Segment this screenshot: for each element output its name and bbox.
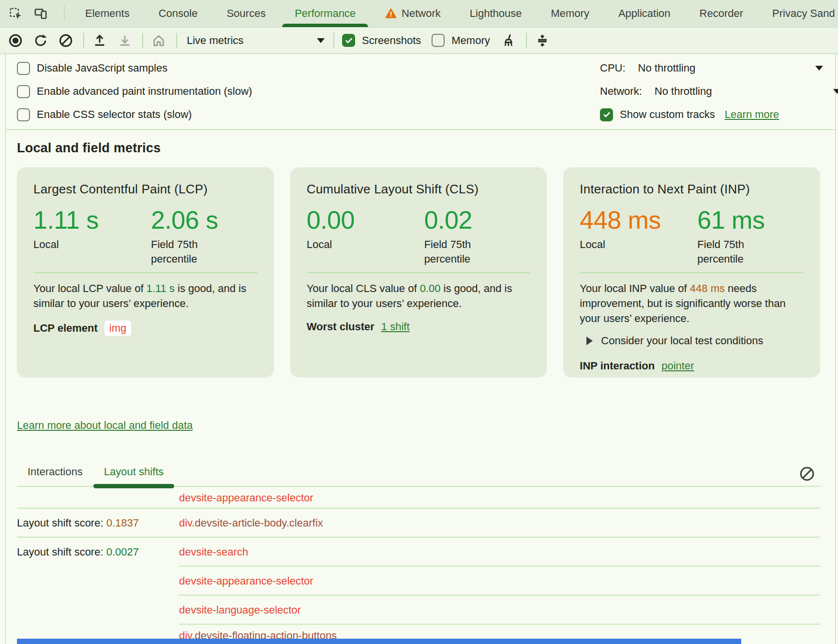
inp-desc-prefix: Your local INP value of	[580, 282, 689, 294]
tab-application[interactable]: Application	[605, 0, 684, 27]
advanced-paint-label: Enable advanced paint instrumentation (s…	[37, 85, 252, 98]
collect-garbage-icon[interactable]	[501, 33, 516, 48]
table-row[interactable]: Layout shift score: 0.0027 devsite-searc…	[17, 538, 820, 567]
cls-local-column: 0.00 Local	[307, 206, 424, 266]
tabbar-icon-group	[0, 6, 71, 21]
show-custom-tracks-label: Show custom tracks	[620, 108, 715, 121]
log-tabs: Interactions Layout shifts	[17, 459, 820, 487]
local-test-conditions-disclosure[interactable]: Consider your local test conditions	[580, 335, 804, 347]
table-row[interactable]: devsite-appearance-selector	[17, 567, 820, 596]
divider	[307, 272, 531, 273]
cls-field-column: 0.02 Field 75th percentile	[424, 206, 531, 266]
clear-log-icon[interactable]	[799, 466, 815, 482]
memory-label: Memory	[451, 34, 490, 47]
lcp-element-chip[interactable]: img	[105, 321, 131, 336]
element-link[interactable]: devsite-appearance-selector	[179, 492, 314, 504]
tab-lighthouse[interactable]: Lighthouse	[456, 0, 536, 27]
tab-label: Elements	[85, 7, 130, 20]
disclosure-triangle-icon	[586, 337, 593, 345]
element-cell: devsite-language-selector	[179, 604, 301, 616]
divider	[33, 272, 257, 273]
css-selector-stats-checkbox[interactable]	[17, 108, 30, 121]
inp-interaction-link[interactable]: pointer	[661, 360, 694, 372]
score-value: 0.0027	[106, 546, 139, 558]
tab-network[interactable]: Network	[371, 0, 454, 27]
tab-privacy-sandbox[interactable]: Privacy Sand	[759, 0, 838, 27]
lcp-description: Your local LCP value of 1.11 s is good, …	[33, 281, 257, 311]
live-metrics-log: Interactions Layout shifts devsite-appea…	[17, 459, 820, 644]
throttling-settings: CPU: No throttling Network: No throttlin…	[600, 57, 835, 126]
inp-field-column: 61 ms Field 75th percentile	[697, 206, 804, 266]
cls-desc-prefix: Your local CLS value of	[307, 282, 420, 294]
lcp-field-column: 2.06 s Field 75th percentile	[151, 206, 257, 266]
element-link[interactable]: div	[179, 517, 192, 529]
inp-values: 448 ms Local 61 ms Field 75th percentile	[580, 206, 804, 266]
element-link[interactable]: devsite-appearance-selector	[179, 575, 314, 587]
collapse-icon[interactable]	[535, 33, 550, 48]
chevron-down-icon	[833, 89, 838, 94]
inspect-element-icon[interactable]	[8, 6, 23, 21]
page-title: Local and field metrics	[17, 130, 835, 156]
tab-label: Performance	[295, 7, 356, 20]
cls-local-value: 0.00	[307, 206, 424, 234]
field-label: Field 75th percentile	[151, 237, 231, 266]
table-row[interactable]: Layout shift score: 0.1837 div.devsite-a…	[17, 509, 820, 538]
live-metrics-dropdown[interactable]: Live metrics	[187, 34, 325, 47]
cpu-label: CPU:	[600, 62, 626, 74]
cls-desc-value: 0.00	[420, 282, 441, 294]
tab-sources[interactable]: Sources	[213, 0, 279, 27]
devtools-tabbar: Elements Console Sources Performance Net…	[0, 0, 838, 28]
divider	[526, 33, 527, 48]
tab-elements[interactable]: Elements	[72, 0, 143, 27]
cpu-throttling-select[interactable]: CPU: No throttling	[600, 57, 835, 80]
performance-panel-body: Disable JavaScript samples Enable advanc…	[5, 54, 836, 644]
inp-interaction-label: INP interaction	[580, 360, 655, 372]
lcp-card-title: Largest Contentful Paint (LCP)	[33, 182, 257, 197]
inp-description: Your local INP value of 448 ms needs imp…	[580, 281, 804, 326]
lcp-element-label: LCP element	[33, 322, 98, 335]
tab-recorder[interactable]: Recorder	[686, 0, 757, 27]
table-row[interactable]: devsite-language-selector	[17, 596, 820, 625]
save-profile-icon[interactable]	[117, 33, 133, 48]
clear-button[interactable]	[58, 33, 74, 48]
device-toolbar-icon[interactable]	[33, 6, 48, 21]
network-throttling-select[interactable]: Network: No throttling	[600, 80, 835, 103]
advanced-paint-checkbox[interactable]	[17, 85, 30, 98]
score-value: 0.1837	[106, 517, 139, 529]
tab-performance[interactable]: Performance	[281, 0, 369, 27]
tab-label: Network	[402, 7, 441, 20]
table-row[interactable]: devsite-appearance-selector	[17, 487, 820, 509]
worst-cluster-link[interactable]: 1 shift	[381, 321, 410, 333]
screenshots-checkbox-row: Screenshots	[342, 34, 421, 47]
record-button[interactable]	[8, 33, 23, 48]
memory-checkbox[interactable]	[432, 34, 445, 47]
element-cell: div.devsite-article-body.clearfix	[179, 517, 323, 529]
divider	[83, 33, 84, 48]
tab-memory[interactable]: Memory	[537, 0, 602, 27]
show-custom-tracks-checkbox[interactable]	[600, 108, 613, 121]
field-data-learn-more-link[interactable]: Learn more about local and field data	[17, 419, 193, 432]
inp-interaction-row: INP interaction pointer	[580, 360, 804, 372]
warning-icon	[385, 7, 397, 20]
tab-layout-shifts[interactable]: Layout shifts	[93, 459, 175, 486]
element-cell: devsite-search	[179, 546, 248, 558]
metric-cards: Largest Contentful Paint (LCP) 1.11 s Lo…	[17, 167, 820, 378]
inp-field-value: 61 ms	[697, 206, 804, 234]
home-icon[interactable]	[151, 33, 166, 48]
disable-js-samples-checkbox[interactable]	[17, 62, 30, 75]
disclosure-label: Consider your local test conditions	[601, 335, 763, 347]
tab-interactions[interactable]: Interactions	[17, 459, 93, 486]
learn-more-link[interactable]: Learn more	[725, 108, 779, 121]
load-profile-icon[interactable]	[92, 33, 107, 48]
element-link[interactable]: devsite-search	[179, 546, 248, 558]
screenshots-checkbox[interactable]	[342, 34, 355, 47]
tab-console[interactable]: Console	[145, 0, 211, 27]
cls-values: 0.00 Local 0.02 Field 75th percentile	[307, 206, 531, 266]
element-classes[interactable]: .devsite-article-body.clearfix	[192, 517, 323, 529]
element-cell: devsite-appearance-selector	[179, 575, 314, 587]
live-metrics-label: Live metrics	[187, 34, 243, 47]
worst-cluster-row: Worst cluster 1 shift	[307, 321, 531, 333]
record-and-reload-button[interactable]	[33, 33, 48, 48]
field-label: Field 75th percentile	[697, 237, 777, 266]
element-link[interactable]: devsite-language-selector	[179, 604, 301, 616]
